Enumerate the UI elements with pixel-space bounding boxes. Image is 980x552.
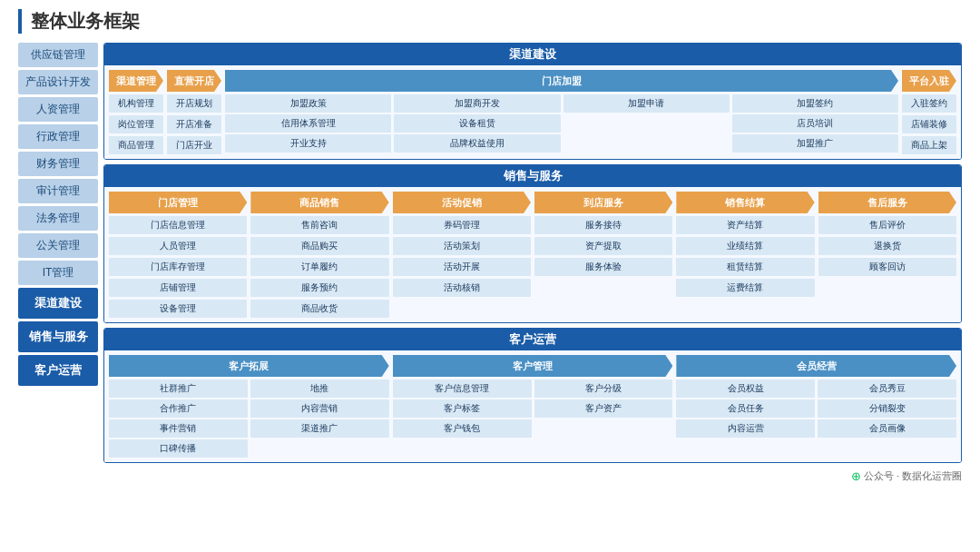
customer-cat: 客户管理客户信息管理客户标签客户钱包客户分级客户资产 (393, 355, 673, 438)
sub-item: 活动开展 (393, 258, 531, 276)
sub-item: 设备管理 (109, 300, 247, 318)
sub-item: 商品管理 (109, 136, 163, 154)
customer-subcol: 客户分级客户资产 (534, 380, 673, 438)
footer: ⊕ 公众号 · 数据化运营圈 (103, 468, 962, 483)
arrow-label: 门店管理 (109, 192, 247, 213)
sub-item: 加盟商开发 (394, 94, 560, 113)
sub-item: 资产提取 (534, 237, 672, 255)
sub-item: 会员权益 (676, 380, 815, 398)
sidebar-item[interactable]: 行政管理 (18, 124, 98, 149)
sidebar-item[interactable]: 供应链管理 (18, 43, 98, 67)
sub-item: 人员管理 (109, 237, 247, 255)
sub-item: 店铺管理 (109, 279, 247, 297)
sub-item: 会员画像 (818, 419, 956, 438)
channel-header: 渠道建设 (104, 44, 961, 65)
sidebar-item[interactable]: 法务管理 (18, 206, 98, 231)
sales-cat: 活动促销券码管理活动策划活动开展活动核销 (393, 192, 531, 297)
jiameng-subcol: 加盟签约店员培训加盟推广 (732, 94, 898, 153)
customer-header: 客户运营 (104, 329, 961, 350)
wechat-icon: ⊕ (851, 469, 861, 483)
customer-subcols: 客户信息管理客户标签客户钱包客户分级客户资产 (393, 380, 673, 438)
channel-cat-zhiying: 直营开店开店规划开店准备门店开业 (167, 70, 221, 154)
sub-item: 信用体系管理 (225, 114, 391, 133)
sub-item: 分销裂变 (818, 399, 956, 418)
sub-item: 商品上架 (902, 136, 956, 154)
sub-item: 门店库存管理 (109, 258, 247, 276)
page-title: 整体业务框架 (18, 9, 962, 34)
main-content: 渠道建设 渠道管理机构管理岗位管理商品管理直营开店开店规划开店准备门店开业门店加… (103, 43, 962, 543)
sub-item: 内容营销 (250, 399, 389, 418)
sub-item: 品牌权益使用 (394, 134, 560, 153)
sub-item: 渠道推广 (250, 419, 389, 438)
sidebar-item[interactable]: 审计管理 (18, 179, 98, 203)
footer-text: 公众号 · 数据化运营圈 (864, 469, 962, 483)
sidebar-item[interactable]: 客户运营 (18, 355, 98, 386)
sales-cat: 门店管理门店信息管理人员管理门店库存管理店铺管理设备管理 (109, 192, 247, 318)
sub-item: 店员培训 (732, 114, 898, 133)
sub-item: 设备租赁 (394, 114, 560, 133)
left-sidebar: 供应链管理产品设计开发人资管理行政管理财务管理审计管理法务管理公关管理IT管理渠… (18, 43, 98, 543)
sidebar-item[interactable]: 销售与服务 (18, 321, 98, 352)
arrow-label: 售后服务 (818, 192, 956, 213)
sidebar-item[interactable]: IT管理 (18, 261, 98, 285)
sub-item: 客户分级 (534, 380, 673, 398)
sub-item: 地推 (250, 380, 389, 398)
sidebar-item[interactable]: 渠道建设 (18, 288, 98, 319)
sales-cat: 销售结算资产结算业绩结算租赁结算运费结算 (676, 192, 814, 297)
jiameng-subcol: 加盟政策信用体系管理开业支持 (225, 94, 391, 153)
sub-item: 服务接待 (534, 216, 672, 234)
arrow-label: 会员经营 (676, 355, 956, 377)
arrow-label: 销售结算 (676, 192, 814, 213)
arrow-label-jiameng: 门店加盟 (225, 70, 898, 92)
sub-item: 订单履约 (250, 258, 388, 276)
customer-subcol: 地推内容营销渠道推广 (250, 380, 389, 458)
sub-item: 商品收货 (250, 300, 388, 318)
sales-cat: 商品销售售前咨询商品购买订单履约服务预约商品收货 (250, 192, 388, 318)
sidebar-item[interactable]: 人资管理 (18, 97, 98, 122)
channel-cat-qudao: 渠道管理机构管理岗位管理商品管理 (109, 70, 163, 154)
arrow-label: 客户管理 (393, 355, 673, 377)
sub-item: 加盟推广 (732, 134, 898, 153)
sidebar-item[interactable]: 公关管理 (18, 233, 98, 258)
sub-item: 会员秀豆 (818, 380, 956, 398)
sub-item: 客户标签 (393, 399, 532, 418)
sub-item: 业绩结算 (676, 237, 814, 255)
sub-item: 券码管理 (393, 216, 531, 234)
sub-item: 服务预约 (250, 279, 388, 297)
sub-item: 口碑传播 (109, 439, 248, 458)
sales-header: 销售与服务 (104, 165, 961, 187)
sidebar-item[interactable]: 产品设计开发 (18, 70, 98, 94)
sub-item: 门店信息管理 (109, 216, 247, 234)
sub-item: 门店开业 (167, 136, 221, 154)
sub-item: 合作推广 (109, 399, 248, 418)
channel-cat-jiameng: 门店加盟加盟政策信用体系管理开业支持加盟商开发设备租赁品牌权益使用加盟申请加盟签… (225, 70, 898, 153)
sub-item: 客户钱包 (393, 419, 532, 438)
sidebar-item[interactable]: 财务管理 (18, 152, 98, 176)
arrow-label: 活动促销 (393, 192, 531, 213)
jiameng-subcol: 加盟申请 (564, 94, 730, 153)
customer-subcols: 社群推广合作推广事件营销口碑传播地推内容营销渠道推广 (109, 380, 389, 458)
arrow-label: 直营开店 (167, 70, 221, 92)
customer-section: 客户运营 客户拓展社群推广合作推广事件营销口碑传播地推内容营销渠道推广客户管理客… (103, 328, 962, 463)
customer-cat: 客户拓展社群推广合作推广事件营销口碑传播地推内容营销渠道推广 (109, 355, 389, 458)
sub-item: 退换货 (818, 237, 956, 255)
sub-item: 加盟政策 (225, 94, 391, 113)
arrow-label: 渠道管理 (109, 70, 163, 92)
sub-item: 客户资产 (534, 399, 673, 418)
main-layout: 供应链管理产品设计开发人资管理行政管理财务管理审计管理法务管理公关管理IT管理渠… (18, 43, 962, 543)
sub-item: 加盟签约 (732, 94, 898, 113)
customer-subcol: 会员权益会员任务内容运营 (676, 380, 815, 438)
sub-item: 开店规划 (167, 94, 221, 113)
customer-subcol: 社群推广合作推广事件营销口碑传播 (109, 380, 248, 458)
sub-item: 加盟申请 (564, 94, 730, 113)
customer-cat: 会员经营会员权益会员任务内容运营会员秀豆分销裂变会员画像 (676, 355, 956, 438)
channel-body: 渠道管理机构管理岗位管理商品管理直营开店开店规划开店准备门店开业门店加盟加盟政策… (104, 65, 961, 159)
sales-cat: 到店服务服务接待资产提取服务体验 (534, 192, 672, 276)
sub-item: 资产结算 (676, 216, 814, 234)
channel-section: 渠道建设 渠道管理机构管理岗位管理商品管理直营开店开店规划开店准备门店开业门店加… (103, 43, 962, 160)
sales-body: 门店管理门店信息管理人员管理门店库存管理店铺管理设备管理商品销售售前咨询商品购买… (104, 187, 961, 322)
sales-section: 销售与服务 门店管理门店信息管理人员管理门店库存管理店铺管理设备管理商品销售售前… (103, 164, 962, 323)
sub-item: 服务体验 (534, 258, 672, 276)
sub-item: 运费结算 (676, 279, 814, 297)
sub-item: 顾客回访 (818, 258, 956, 276)
